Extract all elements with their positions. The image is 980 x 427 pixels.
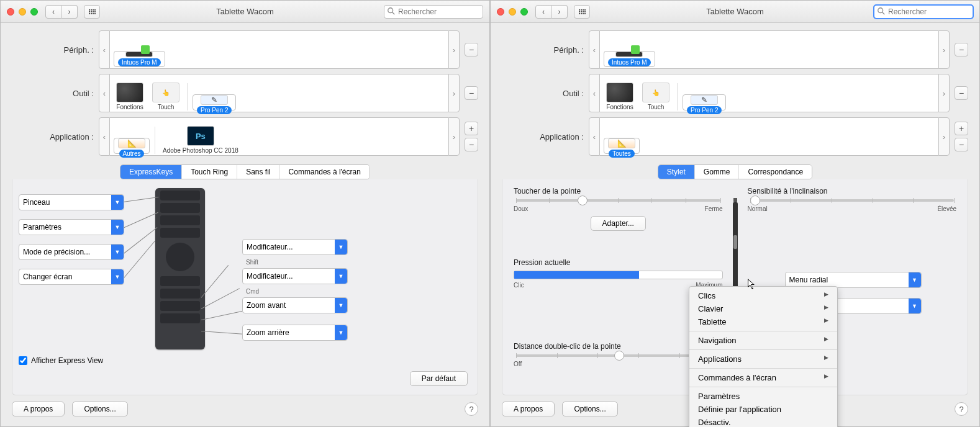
tip-feel-slider[interactable] (516, 199, 720, 202)
tilt-max-label: Élevée (937, 205, 956, 212)
device-name-pill: Intuos Pro M (608, 58, 651, 66)
app-toutes-pill: Toutes (609, 150, 634, 158)
app-next-button[interactable]: › (448, 117, 460, 156)
about-button[interactable]: A propos (502, 402, 555, 416)
device-remove-button[interactable]: − (955, 43, 968, 56)
tab-touchring[interactable]: Touch Ring (182, 165, 237, 179)
options-button[interactable]: Options... (72, 402, 127, 416)
tab-gomme[interactable]: Gomme (695, 165, 740, 179)
tool-fonctions[interactable]: Fonctions (114, 83, 146, 110)
tool-prev-button[interactable]: ‹ (589, 74, 600, 112)
minimize-icon[interactable] (19, 8, 26, 16)
tool-propen2[interactable]: ✎Pro Pen 2 (193, 94, 236, 110)
device-prev-button[interactable]: ‹ (589, 30, 600, 69)
express-view-checkbox[interactable]: Afficher Express View (19, 356, 103, 365)
close-icon[interactable] (7, 8, 14, 16)
menu-applications[interactable]: Applications (689, 353, 837, 366)
search-field[interactable] (384, 5, 483, 19)
app-next-button[interactable]: › (938, 117, 950, 156)
divider (677, 83, 678, 110)
app-remove-button[interactable]: − (465, 138, 478, 151)
show-all-button[interactable] (84, 5, 100, 19)
about-button[interactable]: A propos (12, 402, 65, 416)
key6-select[interactable]: Modificateur...▼ (242, 268, 348, 284)
back-button[interactable]: ‹ (535, 5, 551, 19)
tool-propen2[interactable]: ✎Pro Pen 2 (683, 94, 726, 110)
tab-sansfil[interactable]: Sans fil (237, 165, 279, 179)
app-add-button[interactable]: + (465, 122, 478, 135)
menu-desactiv[interactable]: Désactiv. (689, 416, 837, 427)
help-button[interactable]: ? (465, 402, 478, 416)
menu-parametres[interactable]: Paramètres (689, 390, 837, 403)
key8-select[interactable]: Zoom arrière▼ (242, 325, 348, 341)
zoom-icon[interactable] (520, 8, 528, 16)
tool-prev-button[interactable]: ‹ (99, 74, 110, 112)
tool-remove-button[interactable]: − (955, 86, 968, 100)
grid-icon (89, 9, 96, 14)
tool-next-button[interactable]: › (938, 74, 950, 112)
key4-select[interactable]: Changer écran▼ (19, 269, 124, 285)
functions-icon (606, 83, 633, 102)
tabs: ExpressKeys Touch Ring Sans fil Commande… (12, 164, 478, 179)
svg-point-2 (878, 7, 883, 12)
menu-clavier[interactable]: Clavier (689, 302, 837, 315)
tool-next-button[interactable]: › (448, 74, 460, 112)
app-add-button[interactable]: + (955, 122, 968, 135)
forward-button[interactable]: › (551, 5, 568, 19)
show-all-button[interactable] (574, 5, 590, 19)
minimize-icon[interactable] (509, 8, 516, 16)
device-intuos[interactable]: Intuos Pro M (114, 51, 165, 67)
device-next-button[interactable]: › (938, 30, 950, 69)
slider-knob[interactable] (750, 196, 760, 205)
device-intuos[interactable]: Intuos Pro M (604, 51, 655, 67)
default-button[interactable]: Par défaut (410, 371, 468, 386)
forward-button[interactable]: › (61, 5, 78, 19)
key5-select[interactable]: Modificateur...▼ (242, 239, 348, 255)
tab-commandes-ecran[interactable]: Commandes à l'écran (280, 165, 370, 179)
device-prev-button[interactable]: ‹ (99, 30, 110, 69)
key1-select[interactable]: Pinceau▼ (19, 194, 124, 210)
device-label: Périph. : (12, 45, 99, 55)
menu-tablette[interactable]: Tablette (689, 315, 837, 328)
key2-select[interactable]: Paramètres▼ (19, 219, 124, 235)
tool-touch[interactable]: 👆Touch (640, 83, 672, 110)
help-button[interactable]: ? (955, 402, 968, 416)
close-icon[interactable] (497, 8, 504, 16)
tab-correspondance[interactable]: Correspondance (739, 165, 812, 179)
tilt-slider[interactable] (750, 199, 955, 202)
search-input[interactable] (874, 5, 973, 19)
tool-row: Outil : ‹ Fonctions 👆Touch ✎Pro Pen 2 › … (502, 74, 968, 112)
search-field[interactable] (874, 5, 973, 19)
app-autres[interactable]: 📐Autres (114, 138, 150, 154)
application-row: Application : ‹ 📐Toutes › +− (502, 117, 968, 156)
slider-knob[interactable] (614, 351, 624, 361)
svg-line-3 (882, 12, 885, 14)
device-next-button[interactable]: › (448, 30, 460, 69)
tab-expresskeys[interactable]: ExpressKeys (120, 165, 182, 179)
footer: A propos Options... ? (12, 395, 478, 419)
adapt-button[interactable]: Adapter... (591, 216, 646, 231)
search-input[interactable] (384, 5, 483, 19)
menu-commandes-ecran[interactable]: Commandes à l'écran (689, 371, 837, 384)
chevron-down-icon: ▼ (335, 269, 347, 284)
menu-definie-application[interactable]: Définie par l'application (689, 403, 837, 416)
menu-navigation[interactable]: Navigation (689, 334, 837, 347)
tab-stylet[interactable]: Stylet (658, 165, 695, 179)
app-prev-button[interactable]: ‹ (589, 117, 600, 156)
tool-fonctions[interactable]: Fonctions (604, 83, 636, 110)
zoom-icon[interactable] (30, 8, 38, 16)
app-prev-button[interactable]: ‹ (99, 117, 110, 156)
express-view-input[interactable] (19, 356, 27, 365)
slider-knob[interactable] (578, 196, 588, 205)
app-toutes[interactable]: 📐Toutes (604, 138, 640, 154)
app-remove-button[interactable]: − (955, 138, 968, 151)
tool-remove-button[interactable]: − (465, 86, 478, 100)
options-button[interactable]: Options... (562, 402, 617, 416)
key7-select[interactable]: Zoom avant▼ (242, 297, 348, 313)
back-button[interactable]: ‹ (45, 5, 61, 19)
device-remove-button[interactable]: − (465, 43, 478, 56)
app-photoshop[interactable]: PsAdobe Photoshop CC 2018 (160, 126, 241, 154)
menu-clics[interactable]: Clics (689, 289, 837, 302)
key3-select[interactable]: Mode de précision...▼ (19, 244, 124, 260)
tool-touch[interactable]: 👆Touch (150, 83, 182, 110)
